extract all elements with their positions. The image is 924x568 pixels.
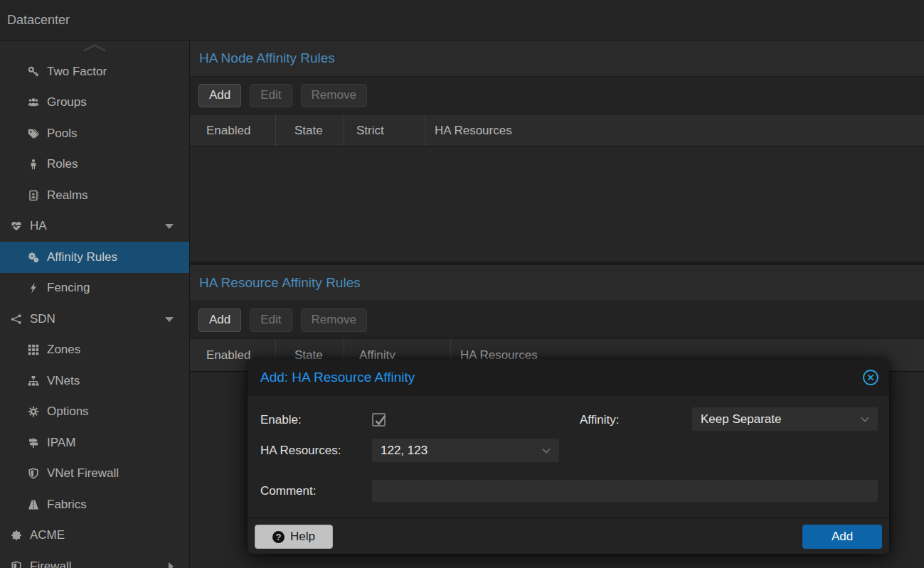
gears-icon bbox=[26, 252, 41, 263]
sidebar-items: Two FactorGroupsPoolsRolesRealmsHAAffini… bbox=[0, 56, 189, 568]
ha-resources-value: 122, 123 bbox=[381, 444, 428, 458]
help-button[interactable]: ? Help bbox=[255, 525, 333, 549]
caret-down-icon[interactable] bbox=[165, 317, 174, 322]
certificate-icon bbox=[9, 530, 23, 541]
sidebar-item-pools[interactable]: Pools bbox=[0, 118, 189, 149]
sidebar-item-acme[interactable]: ACME bbox=[0, 520, 189, 552]
check-icon bbox=[374, 414, 386, 427]
sidebar-item-label: Realms bbox=[47, 188, 88, 203]
heartbeat-icon bbox=[9, 220, 23, 232]
sidebar-item-groups[interactable]: Groups bbox=[0, 87, 189, 119]
bolt-icon bbox=[26, 282, 41, 294]
sidebar-item-label: Affinity Rules bbox=[47, 250, 117, 264]
question-circle-icon: ? bbox=[272, 531, 285, 543]
chevron-down-icon bbox=[542, 448, 551, 454]
remove-button[interactable]: Remove bbox=[301, 309, 367, 332]
toolbar: Add Edit Remove bbox=[190, 77, 924, 114]
affinity-value: Keep Separate bbox=[701, 412, 781, 427]
sidebar-item-label: Firewall bbox=[30, 559, 72, 568]
caret-down-icon[interactable] bbox=[165, 224, 174, 229]
page-title: Datacenter bbox=[7, 13, 70, 28]
sidebar-item-affinity-rules[interactable]: Affinity Rules bbox=[0, 242, 189, 273]
dialog-titlebar: Add: HA Resource Affinity bbox=[248, 359, 889, 396]
shield-icon bbox=[26, 468, 41, 479]
edit-button[interactable]: Edit bbox=[250, 309, 292, 332]
sidebar-item-realms[interactable]: Realms bbox=[0, 180, 189, 211]
tags-icon bbox=[26, 128, 41, 139]
remove-button[interactable]: Remove bbox=[301, 84, 367, 107]
sidebar-item-label: HA bbox=[30, 219, 47, 233]
sidebar-item-label: ACME bbox=[30, 528, 65, 542]
sidebar-item-sdn[interactable]: SDN bbox=[0, 304, 189, 335]
sidebar-item-label: IPAM bbox=[47, 436, 75, 450]
ha-resources-label: HA Resources: bbox=[260, 444, 341, 458]
panel-header: HA Node Affinity Rules bbox=[190, 41, 924, 77]
sidebar-item-label: SDN bbox=[30, 312, 55, 326]
map-signs-icon bbox=[26, 437, 41, 449]
enable-checkbox[interactable] bbox=[372, 413, 386, 427]
close-icon[interactable] bbox=[862, 369, 879, 386]
sidebar-item-roles[interactable]: Roles bbox=[0, 149, 189, 181]
sidebar-item-two-factor[interactable]: Two Factor bbox=[0, 56, 189, 87]
sidebar-item-label: Zones bbox=[47, 343, 80, 357]
column-header-enabled[interactable]: Enabled bbox=[190, 114, 276, 146]
panel-ha-node-affinity: HA Node Affinity Rules Add Edit Remove E… bbox=[190, 41, 924, 262]
top-bar: Datacenter bbox=[0, 0, 924, 41]
affinity-select[interactable]: Keep Separate bbox=[692, 407, 878, 431]
add-ha-resource-affinity-dialog: Add: HA Resource Affinity Enable: Affini… bbox=[248, 359, 889, 554]
shield-icon bbox=[9, 561, 23, 568]
sidebar-item-ipam[interactable]: IPAM bbox=[0, 427, 189, 459]
sidebar-item-label: VNet Firewall bbox=[47, 466, 119, 481]
panel-title: HA Resource Affinity Rules bbox=[199, 275, 361, 291]
edit-button[interactable]: Edit bbox=[250, 84, 292, 107]
sitemap-icon bbox=[26, 375, 41, 387]
sidebar-item-vnets[interactable]: VNets bbox=[0, 365, 189, 397]
comment-label: Comment: bbox=[260, 484, 316, 498]
sidebar-item-fencing[interactable]: Fencing bbox=[0, 273, 189, 304]
add-button[interactable]: Add bbox=[198, 84, 241, 107]
table-body-empty bbox=[190, 147, 924, 262]
sidebar-item-label: VNets bbox=[47, 374, 80, 388]
affinity-label: Affinity: bbox=[580, 413, 619, 427]
help-button-label: Help bbox=[290, 530, 315, 544]
users-icon bbox=[26, 97, 41, 108]
sidebar-scroll-up[interactable] bbox=[0, 41, 189, 56]
sidebar-item-ha[interactable]: HA bbox=[0, 211, 189, 242]
panel-ha-resource-affinity: HA Resource Affinity Rules Add Edit Remo… bbox=[190, 265, 924, 372]
comment-input[interactable] bbox=[372, 480, 878, 502]
enable-label: Enable: bbox=[260, 413, 302, 427]
sidebar-item-label: Options bbox=[47, 404, 89, 419]
network-icon bbox=[9, 314, 23, 325]
column-header-ha-resources[interactable]: HA Resources bbox=[425, 114, 924, 146]
sidebar-item-zones[interactable]: Zones bbox=[0, 335, 189, 366]
sidebar: Two FactorGroupsPoolsRolesRealmsHAAffini… bbox=[0, 41, 190, 568]
address-book-icon bbox=[26, 190, 41, 201]
person-icon bbox=[26, 159, 41, 170]
road-icon bbox=[26, 499, 41, 510]
caret-right-icon[interactable] bbox=[169, 562, 174, 568]
sidebar-item-firewall[interactable]: Firewall bbox=[0, 551, 189, 568]
sidebar-item-fabrics[interactable]: Fabrics bbox=[0, 489, 189, 520]
sidebar-item-options[interactable]: Options bbox=[0, 397, 189, 428]
sidebar-item-label: Groups bbox=[47, 95, 87, 109]
submit-add-button[interactable]: Add bbox=[802, 525, 882, 549]
chevron-up-icon bbox=[83, 42, 107, 55]
ha-resources-select[interactable]: 122, 123 bbox=[372, 439, 559, 462]
table-header: Enabled State Strict HA Resources bbox=[190, 114, 924, 147]
sidebar-item-label: Two Factor bbox=[47, 65, 107, 79]
chevron-down-icon bbox=[861, 417, 869, 422]
key-icon bbox=[26, 66, 41, 77]
sidebar-item-label: Fencing bbox=[47, 281, 90, 295]
gear-icon bbox=[26, 406, 41, 417]
column-header-state[interactable]: State bbox=[276, 114, 344, 146]
add-button[interactable]: Add bbox=[198, 309, 241, 332]
sidebar-item-label: Roles bbox=[47, 157, 78, 171]
dialog-title: Add: HA Resource Affinity bbox=[260, 370, 862, 385]
toolbar: Add Edit Remove bbox=[190, 301, 924, 339]
column-header-strict[interactable]: Strict bbox=[344, 114, 425, 146]
sidebar-item-label: Pools bbox=[47, 127, 78, 141]
dialog-footer: ? Help Add bbox=[248, 518, 889, 554]
grid-icon bbox=[26, 344, 41, 355]
sidebar-item-vnet-firewall[interactable]: VNet Firewall bbox=[0, 459, 189, 490]
panel-title: HA Node Affinity Rules bbox=[199, 50, 335, 66]
